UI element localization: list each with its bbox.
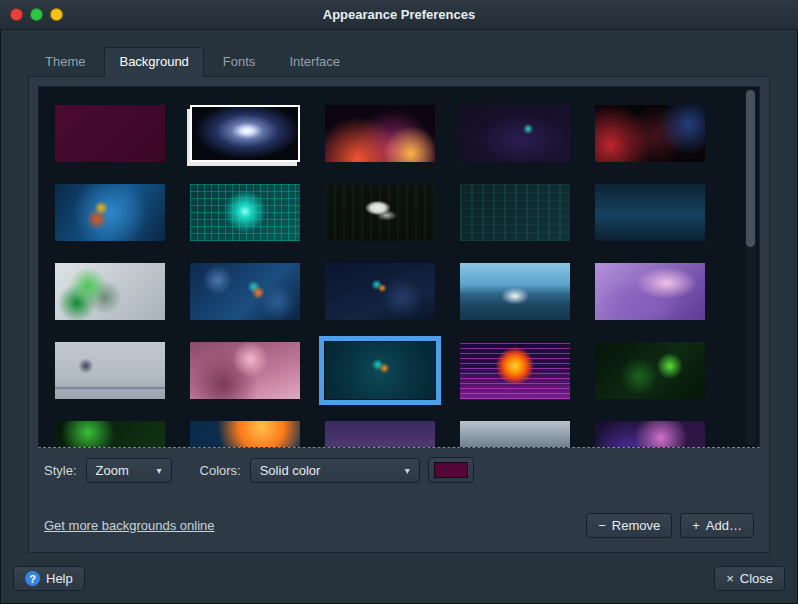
- scrollbar[interactable]: [745, 89, 756, 445]
- tab-theme[interactable]: Theme: [30, 47, 100, 76]
- background-panel: Style: Zoom ▾ Colors: Solid color ▾ Get …: [28, 76, 770, 553]
- wallpaper-teal-circuit-texture[interactable]: [460, 184, 570, 241]
- close-icon: ×: [726, 571, 734, 586]
- wallpaper-circuit-padlock[interactable]: [190, 184, 300, 241]
- scrollbar-thumb[interactable]: [746, 90, 755, 247]
- minus-icon: −: [598, 518, 606, 533]
- wallpaper-hummingbird-dark-purple[interactable]: [460, 105, 570, 162]
- style-dropdown-value: Zoom: [96, 463, 129, 478]
- chevron-down-icon: ▾: [405, 465, 410, 476]
- close-button-label: Close: [740, 571, 773, 586]
- wallpaper-bokeh-hummingbird-blue[interactable]: [190, 263, 300, 320]
- color-swatch: [434, 462, 468, 478]
- colors-label: Colors:: [200, 463, 241, 478]
- get-more-backgrounds-link[interactable]: Get more backgrounds online: [44, 518, 215, 533]
- dialog-action-bar: ? Help × Close: [0, 553, 798, 591]
- background-options-row: Style: Zoom ▾ Colors: Solid color ▾: [38, 448, 760, 483]
- tab-background[interactable]: Background: [104, 47, 203, 77]
- remove-button[interactable]: − Remove: [586, 513, 672, 538]
- wallpaper-hummingbird-teal[interactable]: [325, 342, 435, 399]
- tab-bar: Theme Background Fonts Interface: [0, 30, 798, 76]
- tab-fonts[interactable]: Fonts: [208, 47, 271, 76]
- help-icon: ?: [25, 571, 40, 586]
- window-close-light[interactable]: [10, 8, 23, 21]
- wallpaper-mountain-lake[interactable]: [460, 263, 570, 320]
- wallpaper-plain-maroon[interactable]: [55, 105, 165, 162]
- add-button[interactable]: + Add…: [680, 513, 754, 538]
- appearance-preferences-window: Appearance Preferences Theme Background …: [0, 0, 798, 591]
- tab-interface[interactable]: Interface: [274, 47, 355, 76]
- close-button[interactable]: × Close: [714, 566, 785, 591]
- add-button-label: Add…: [706, 518, 742, 533]
- wallpaper-storm-clouds[interactable]: [460, 421, 570, 448]
- panel-footer: Get more backgrounds online − Remove + A…: [38, 483, 760, 540]
- wallpaper-navy-gradient-banner[interactable]: [595, 184, 705, 241]
- help-button-label: Help: [46, 571, 73, 586]
- chevron-down-icon: ▾: [156, 465, 161, 476]
- wallpaper-anime-portrait-purple[interactable]: [325, 421, 435, 448]
- remove-button-label: Remove: [612, 518, 660, 533]
- wallpaper-purple-nebula[interactable]: [595, 421, 705, 448]
- wallpaper-constellation-hummingbird[interactable]: [325, 263, 435, 320]
- wallpaper-pastel-purple-swirl[interactable]: [595, 263, 705, 320]
- wallpaper-blue-orange-flame[interactable]: [190, 421, 300, 448]
- wallpaper-white-dove-matrix[interactable]: [325, 184, 435, 241]
- style-label: Style:: [44, 463, 77, 478]
- color-swatch-button[interactable]: [428, 457, 474, 483]
- wallpaper-green-dragon-light[interactable]: [55, 263, 165, 320]
- wallpaper-green-polygon-shards[interactable]: [595, 342, 705, 399]
- window-maximize-light[interactable]: [30, 8, 43, 21]
- wallpaper-green-fractal[interactable]: [55, 421, 165, 448]
- wallpaper-grid: [55, 105, 705, 448]
- window-controls: [10, 8, 63, 21]
- style-dropdown[interactable]: Zoom ▾: [86, 458, 172, 483]
- window-title: Appearance Preferences: [0, 7, 798, 22]
- wallpaper-kali-parrot-blue[interactable]: [55, 184, 165, 241]
- wallpaper-grid-viewport: [38, 86, 760, 448]
- plus-icon: +: [692, 518, 700, 533]
- wallpaper-actions: − Remove + Add…: [586, 513, 754, 538]
- wallpaper-lava-waves[interactable]: [325, 105, 435, 162]
- wallpaper-milky-way-galaxy[interactable]: [190, 105, 300, 162]
- wallpaper-synthwave-sunset[interactable]: [460, 342, 570, 399]
- wallpaper-pink-planet-spire[interactable]: [190, 342, 300, 399]
- help-button[interactable]: ? Help: [13, 566, 85, 591]
- titlebar[interactable]: Appearance Preferences: [0, 0, 798, 30]
- wallpaper-red-blue-particles[interactable]: [595, 105, 705, 162]
- colors-dropdown-value: Solid color: [260, 463, 321, 478]
- colors-dropdown[interactable]: Solid color ▾: [250, 458, 420, 483]
- wallpaper-minimal-gray-scene[interactable]: [55, 342, 165, 399]
- window-minimize-light[interactable]: [50, 8, 63, 21]
